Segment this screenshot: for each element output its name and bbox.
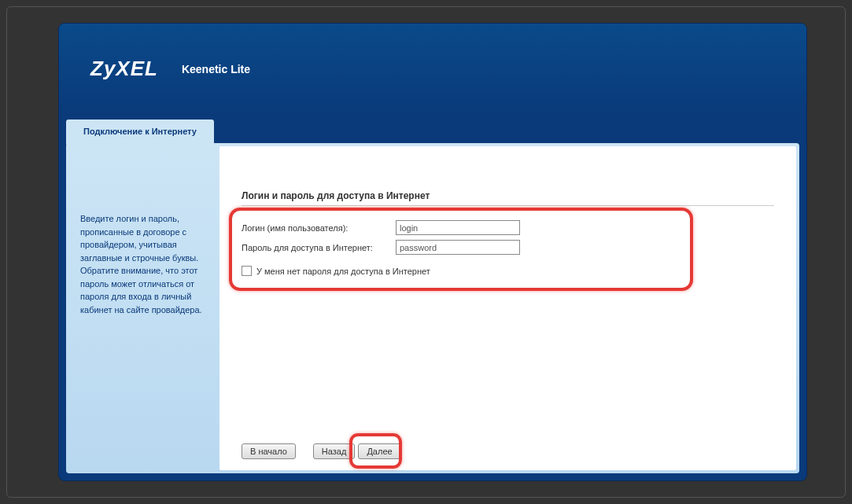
no-password-checkbox[interactable] bbox=[242, 266, 252, 276]
product-name: Keenetic Lite bbox=[182, 63, 250, 75]
section-title: Логин и пароль для доступа в Интернет bbox=[242, 190, 774, 206]
form-panel: Логин и пароль для доступа в Интернет Ло… bbox=[219, 146, 796, 470]
sidebar: Введите логин и пароль, прописанные в до… bbox=[66, 143, 219, 473]
login-input[interactable] bbox=[396, 220, 520, 235]
button-bar: В начало Назад Далее bbox=[242, 443, 401, 459]
credentials-form: Логин (имя пользователя): Пароль для дос… bbox=[242, 220, 774, 276]
no-password-row: У меня нет пароля для доступа в Интернет bbox=[242, 266, 774, 276]
main-panel: ZyXEL Keenetic Lite Подключение к Интерн… bbox=[58, 23, 807, 481]
login-row: Логин (имя пользователя): bbox=[242, 220, 774, 235]
nav-button-group: Назад Далее bbox=[313, 443, 401, 459]
password-row: Пароль для доступа в Интернет: bbox=[242, 240, 774, 255]
next-button[interactable]: Далее bbox=[358, 443, 400, 459]
window-frame: ZyXEL Keenetic Lite Подключение к Интерн… bbox=[6, 6, 846, 498]
logo: ZyXEL bbox=[90, 57, 158, 81]
content-area: Подключение к Интернету Введите логин и … bbox=[66, 143, 799, 473]
login-label: Логин (имя пользователя): bbox=[242, 223, 396, 233]
tab-internet-connection[interactable]: Подключение к Интернету bbox=[66, 120, 214, 145]
no-password-label: У меня нет пароля для доступа в Интернет bbox=[256, 267, 430, 276]
start-button[interactable]: В начало bbox=[242, 443, 296, 459]
back-button[interactable]: Назад bbox=[313, 443, 356, 459]
header: ZyXEL Keenetic Lite bbox=[59, 24, 806, 114]
password-input[interactable] bbox=[396, 240, 520, 255]
instructions-text: Введите логин и пароль, прописанные в до… bbox=[80, 212, 205, 316]
password-label: Пароль для доступа в Интернет: bbox=[242, 243, 396, 252]
